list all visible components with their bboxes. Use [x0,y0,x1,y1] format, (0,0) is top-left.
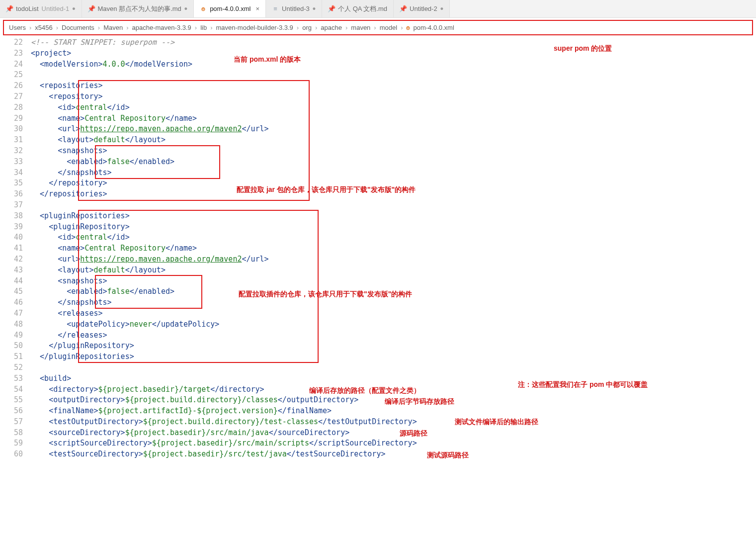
code-line[interactable] [31,70,756,81]
code-line[interactable]: <modelVersion>4.0.0</modelVersion> [31,59,756,70]
breadcrumb-segment[interactable]: Users [9,24,26,31]
line-number: 30 [0,124,23,135]
code-line[interactable] [31,362,756,373]
line-number: 52 [0,362,23,373]
chevron-right-icon: › [295,24,300,31]
tab-label: Maven 那点不为人知的事.md [98,4,181,13]
breadcrumb-segment[interactable]: lib [200,24,207,31]
pin-icon: 📌 [6,5,13,12]
line-number: 53 [0,373,23,384]
line-number: 26 [0,81,23,91]
tab-dirty-icon: • [72,4,75,13]
line-number: 33 [0,157,23,168]
tab-3[interactable]: ≡Untitled-3• [266,0,322,17]
code-line[interactable] [31,200,756,211]
line-number: 22 [0,37,23,48]
tab-close-icon[interactable]: × [256,5,260,12]
chevron-right-icon: › [372,24,377,31]
breadcrumb-segment[interactable]: x5456 [35,24,52,31]
code-line[interactable]: <snapshots> [31,276,756,287]
line-number: 60 [0,449,23,460]
code-line[interactable]: <url>https://repo.maven.apache.org/maven… [31,124,756,135]
code-line[interactable]: <name>Central Repository</name> [31,243,756,254]
rss-icon: ⌾ [406,24,411,31]
line-number: 47 [0,308,23,319]
breadcrumb-segment[interactable]: maven [351,24,370,31]
annotation-label: 配置拉取插件的仓库，该仓库只用于下载"发布版"的构件 [239,289,412,300]
line-number: 54 [0,384,23,395]
chevron-right-icon: › [125,24,130,31]
annotation-label: 编译后存放的路径（配置文件之类） [309,385,420,396]
tab-dirty-icon: • [184,4,187,13]
code-line[interactable]: <enabled>false</enabled> [31,157,756,168]
code-line[interactable]: <layout>default</layout> [31,265,756,276]
line-number: 49 [0,330,23,341]
line-number: 38 [0,211,23,222]
code-line[interactable]: <id>central</id> [31,102,756,113]
line-number: 29 [0,113,23,124]
code-line[interactable]: </snapshots> [31,168,756,179]
code-line[interactable]: <testSourceDirectory>${project.basedir}/… [31,449,756,460]
line-number: 27 [0,91,23,102]
tab-2[interactable]: ⌾pom-4.0.0.xml× [194,0,266,17]
breadcrumb-segment[interactable]: Documents [62,24,94,31]
code-line[interactable]: <releases> [31,308,756,319]
line-number-gutter: 2223242526272829303132333435363738394041… [0,37,31,460]
code-line[interactable]: <sourceDirectory>${project.basedir}/src/… [31,428,756,439]
line-number: 43 [0,265,23,276]
tab-label: todoList [16,5,39,12]
code-line[interactable]: <repository> [31,91,756,102]
code-line[interactable]: <scriptSourceDirectory>${project.basedir… [31,438,756,449]
tab-label: 个人 QA 文档.md [338,4,387,13]
tab-4[interactable]: 📌个人 QA 文档.md [322,0,394,17]
code-line[interactable]: <project> [31,48,756,59]
code-line[interactable]: <snapshots> [31,146,756,157]
line-number: 36 [0,189,23,200]
breadcrumb-segment[interactable]: Maven [103,24,123,31]
code-line[interactable]: </pluginRepositories> [31,352,756,362]
code-line[interactable]: <name>Central Repository</name> [31,113,756,124]
code-line[interactable]: <testOutputDirectory>${project.build.dir… [31,417,756,428]
breadcrumb-segment[interactable]: model [380,24,397,31]
annotation-label: 当前 pom.xml 的版本 [234,54,301,65]
tab-5[interactable]: 📌Untitled-2• [394,0,450,17]
tab-1[interactable]: 📌Maven 那点不为人知的事.md• [82,0,194,17]
code-line[interactable]: </releases> [31,330,756,341]
tab-dirty-icon: • [440,4,443,13]
code-line[interactable]: <layout>default</layout> [31,135,756,146]
code-line[interactable]: <updatePolicy>never</updatePolicy> [31,319,756,330]
code-area[interactable]: <!-- START SNIPPET: superpom --><project… [31,37,756,460]
line-number: 51 [0,352,23,362]
tab-label: Untitled-3 [282,5,310,12]
breadcrumb-segment[interactable]: org [302,24,312,31]
code-line[interactable]: <finalName>${project.artifactId}-${proje… [31,406,756,417]
breadcrumb[interactable]: Users›x5456›Documents›Maven›apache-maven… [3,20,753,35]
pin-icon: 📌 [400,5,407,12]
breadcrumb-segment[interactable]: pom-4.0.0.xml [413,24,454,31]
line-number: 32 [0,146,23,157]
tab-0[interactable]: 📌todoList Untitled-1• [0,0,82,17]
annotation-label: 注：这些配置我们在子 pom 中都可以覆盖 [518,379,648,390]
breadcrumb-segment[interactable]: apache-maven-3.3.9 [132,24,191,31]
breadcrumb-segment[interactable]: maven-model-builder-3.3.9 [216,24,293,31]
chevron-right-icon: › [344,24,349,31]
chevron-right-icon: › [209,24,214,31]
line-number: 34 [0,168,23,179]
text-icon: ≡ [272,5,279,12]
code-line[interactable]: <url>https://repo.maven.apache.org/maven… [31,254,756,265]
line-number: 28 [0,102,23,113]
code-editor[interactable]: 2223242526272829303132333435363738394041… [0,37,756,460]
rss-icon: ⌾ [200,5,207,12]
code-line[interactable]: <pluginRepositories> [31,211,756,222]
editor-tabs: 📌todoList Untitled-1•📌Maven 那点不为人知的事.md•… [0,0,756,18]
code-line[interactable]: <id>central</id> [31,232,756,243]
code-line[interactable]: </pluginRepository> [31,341,756,352]
code-line[interactable]: <repositories> [31,81,756,91]
line-number: 41 [0,243,23,254]
code-line[interactable]: <pluginRepository> [31,222,756,233]
code-line[interactable]: <!-- START SNIPPET: superpom --> [31,37,756,48]
line-number: 24 [0,59,23,70]
tab-suffix: Untitled-1 [42,5,70,12]
breadcrumb-segment[interactable]: apache [321,24,342,31]
pin-icon: 📌 [328,5,335,12]
